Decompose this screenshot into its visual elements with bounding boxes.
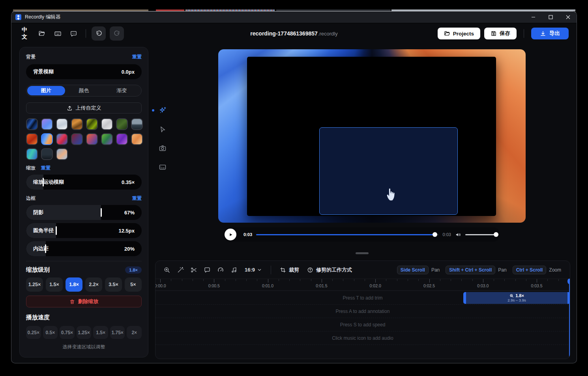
zoom-level-option-button[interactable]: 1.5× <box>46 277 63 292</box>
save-button[interactable]: 保存 <box>484 28 517 39</box>
zoom-motion-blur-slider[interactable]: 缩放运动模糊0.35× <box>26 175 142 190</box>
cursor-tool[interactable] <box>158 125 167 134</box>
background-thumbnail[interactable] <box>86 118 98 130</box>
volume-slider[interactable] <box>465 232 496 237</box>
cut-button[interactable] <box>188 264 200 276</box>
zoom-level-option-button[interactable]: 2.2× <box>85 277 102 292</box>
play-button[interactable] <box>225 229 236 240</box>
playback-speed-option-button[interactable]: 1.25× <box>77 326 92 339</box>
background-thumbnail[interactable] <box>101 133 113 145</box>
background-tab-0[interactable]: 图片 <box>27 86 65 95</box>
background-thumbnail[interactable] <box>116 118 128 130</box>
background-thumbnail[interactable] <box>41 133 53 145</box>
zoom-target-region[interactable] <box>319 127 458 215</box>
background-blur-slider[interactable]: 背景模糊0.0px <box>26 64 142 79</box>
trim-help-button[interactable]: 修剪的工作方式 <box>304 266 355 274</box>
timeline-ruler[interactable]: 0:00.00:00.50:01.00:01.50:02.00:02.50:03… <box>155 279 570 291</box>
timeline-zoom-button[interactable] <box>161 264 173 276</box>
volume-handle[interactable] <box>494 232 498 237</box>
frame-slider-2[interactable]: 内边距20% <box>26 241 142 256</box>
zoom-segment[interactable]: 1.8× 2.9s – 3.9s <box>463 292 570 304</box>
timeline-lane[interactable]: Press S to add speed <box>155 318 570 331</box>
background-thumbnail[interactable] <box>56 148 68 160</box>
background-thumbnail[interactable] <box>56 133 68 145</box>
playback-speed-option-button[interactable]: 0.25× <box>26 326 41 339</box>
background-thumbnail[interactable] <box>131 118 143 130</box>
background-thumbnail[interactable] <box>86 133 98 145</box>
crop-button[interactable]: 裁剪 <box>277 266 302 274</box>
annotation-button[interactable] <box>201 264 213 276</box>
background-thumbnail[interactable] <box>116 133 128 145</box>
zoom-level-option-button[interactable]: 1.25× <box>26 277 43 292</box>
player-bar: 0:03 0:03 <box>223 227 500 242</box>
music-button[interactable] <box>228 264 240 276</box>
video-preview[interactable] <box>218 49 526 223</box>
toolbar-actions: Projects 保存 导出 <box>438 28 569 39</box>
playhead-line[interactable] <box>569 279 570 358</box>
ruler-minor-tick <box>236 279 236 281</box>
zoom-effect-tool[interactable] <box>158 106 167 115</box>
background-thumbnail[interactable] <box>71 118 83 130</box>
background-thumbnail[interactable] <box>101 118 113 130</box>
playhead-handle[interactable] <box>567 279 570 284</box>
background-thumbnail[interactable] <box>56 118 68 130</box>
captions-tool[interactable] <box>158 163 167 171</box>
timeline-lane[interactable]: Press A to add annotation <box>155 305 570 318</box>
frame-slider-1[interactable]: 圆角半径12.5px <box>26 223 142 238</box>
seek-handle[interactable] <box>433 232 437 237</box>
upload-custom-button[interactable]: 上传自定义 <box>26 102 142 114</box>
speaker-icon[interactable] <box>455 231 462 238</box>
ruler-major-tick <box>483 279 483 283</box>
close-button[interactable] <box>559 11 577 23</box>
aspect-ratio-selector[interactable]: 16:9 <box>242 267 265 273</box>
shortcuts-button[interactable] <box>51 27 64 40</box>
playback-speed-option-button[interactable]: 0.75× <box>60 326 75 339</box>
zoom-level-option-button[interactable]: 5× <box>125 277 142 292</box>
playback-speed-option-button[interactable]: 2× <box>127 326 142 339</box>
frame-reset-link[interactable]: 重置 <box>132 195 142 202</box>
camera-tool[interactable] <box>158 144 167 153</box>
ruler-tick-label: 0:00.0 <box>155 283 166 288</box>
background-thumbnail[interactable] <box>131 133 143 145</box>
playback-speed-option-button[interactable]: 0.5× <box>43 326 58 339</box>
projects-button[interactable]: Projects <box>438 28 480 39</box>
minimize-button[interactable] <box>524 11 542 23</box>
auto-zoom-button[interactable] <box>174 264 186 276</box>
frame-section-title: 边框 <box>26 195 36 202</box>
frame-slider-0[interactable]: 阴影67% <box>26 205 142 220</box>
background-thumbnail[interactable] <box>41 148 53 160</box>
timeline-lane-hint: Press S to add speed <box>340 322 386 328</box>
background-tab-2[interactable]: 渐变 <box>103 86 140 95</box>
redo-button[interactable] <box>110 26 124 41</box>
background-thumbnail[interactable] <box>26 118 38 130</box>
frame-slider-1-handle[interactable] <box>56 226 57 235</box>
speed-button[interactable] <box>215 264 227 276</box>
feedback-button[interactable] <box>67 27 80 40</box>
ruler-minor-tick <box>279 279 279 281</box>
zoom-level-option-button[interactable]: 1.8× <box>66 277 82 292</box>
panel-resize-handle[interactable] <box>356 252 369 254</box>
timeline-lane[interactable]: Click music icon to add audio <box>155 331 570 345</box>
playback-speed-option-button[interactable]: 1.75× <box>110 326 125 339</box>
maximize-button[interactable] <box>542 11 559 23</box>
background-thumbnail-grid <box>26 118 142 160</box>
undo-button[interactable] <box>92 26 106 41</box>
background-thumbnail[interactable] <box>41 118 53 130</box>
seek-bar[interactable] <box>256 232 439 237</box>
open-project-button[interactable] <box>35 27 49 40</box>
zoom-level-option-button[interactable]: 3.5× <box>105 277 122 292</box>
delete-zoom-button[interactable]: 删除缩放 <box>26 296 142 307</box>
background-tab-1[interactable]: 颜色 <box>65 86 103 95</box>
frame-slider-1-value: 12.5px <box>119 223 135 238</box>
frame-slider-0-handle[interactable] <box>101 208 102 217</box>
upload-icon <box>67 105 73 111</box>
app-icon <box>15 14 21 20</box>
background-thumbnail[interactable] <box>26 148 38 160</box>
language-button[interactable]: 中文 <box>19 27 33 40</box>
zoom-reset-link[interactable]: 重置 <box>41 165 51 171</box>
playback-speed-option-button[interactable]: 1.5× <box>93 326 108 339</box>
background-thumbnail[interactable] <box>26 133 38 145</box>
export-button[interactable]: 导出 <box>531 28 569 39</box>
background-thumbnail[interactable] <box>71 133 83 145</box>
background-reset-link[interactable]: 重置 <box>132 54 142 60</box>
